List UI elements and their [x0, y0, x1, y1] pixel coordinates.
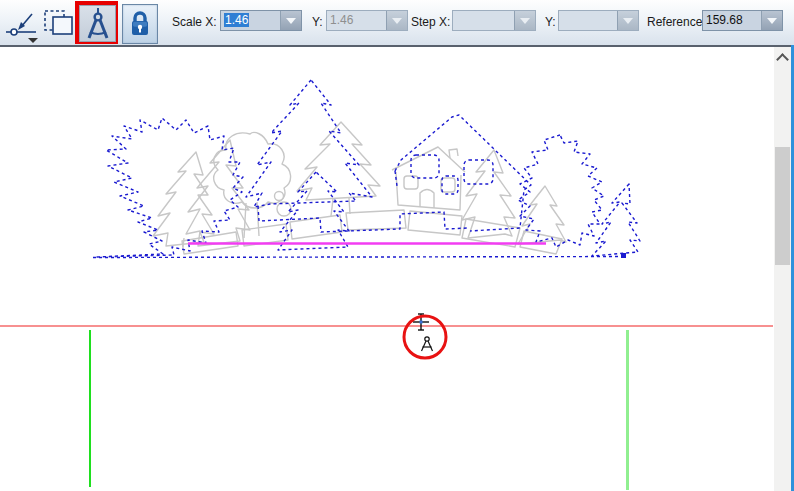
step-x-dropdown-arrow [514, 11, 535, 30]
chevron-up-icon [776, 53, 789, 66]
scale-y-dropdown-arrow [386, 11, 407, 30]
marquee-select-button[interactable] [42, 5, 76, 45]
chevron-down-icon [392, 18, 402, 24]
vertical-scrollbar[interactable] [774, 47, 791, 491]
scrollbar-thumb[interactable] [775, 147, 790, 265]
proportional-lock-button[interactable] [122, 4, 158, 44]
scrollbar-up-button[interactable] [774, 49, 791, 65]
design-canvas[interactable] [0, 47, 794, 491]
chevron-down-icon [286, 18, 296, 24]
transform-toolbar: Scale X: 1.46 Y: 1.46 Step X: Y: Referen… [0, 0, 794, 47]
scale-x-value: 1.46 [224, 13, 249, 27]
blue-dashed-selection-outline [93, 80, 640, 258]
scale-x-field[interactable]: 1.46 [221, 11, 280, 30]
reshape-tool-icon [2, 5, 42, 45]
selection-anchor-point[interactable] [621, 253, 626, 258]
reference-value[interactable]: 159.68 [703, 11, 761, 30]
chevron-down-icon [520, 18, 530, 24]
chevron-down-icon [623, 18, 633, 24]
scale-y-combobox: 1.46 [326, 10, 408, 31]
reference-combobox[interactable]: 159.68 [702, 10, 783, 31]
step-x-combobox [452, 10, 536, 31]
step-x-field [453, 11, 514, 30]
gray-original-outline [153, 122, 566, 254]
application-window: Scale X: 1.46 Y: 1.46 Step X: Y: Referen… [0, 0, 794, 491]
reference-label: Reference [647, 15, 702, 29]
step-y-dropdown-arrow [617, 11, 638, 30]
chevron-down-icon [767, 18, 777, 24]
step-y-field [559, 11, 617, 30]
step-x-label: Step X: [411, 15, 450, 29]
scale-y-label: Y: [312, 15, 323, 29]
design-outline-layer [0, 47, 794, 491]
compass-scale-icon [83, 7, 113, 40]
scale-x-label: Scale X: [172, 15, 217, 29]
step-y-combobox [558, 10, 639, 31]
reference-dropdown-arrow[interactable] [761, 11, 782, 30]
scale-y-field: 1.46 [327, 11, 386, 30]
scale-x-combobox[interactable]: 1.46 [220, 10, 302, 31]
marquee-select-icon [42, 5, 76, 45]
scale-x-dropdown-arrow[interactable] [280, 11, 301, 30]
compass-button-annotation-box [75, 1, 118, 44]
lock-icon [128, 10, 152, 38]
step-y-label: Y: [545, 15, 556, 29]
scale-tool-button[interactable] [79, 5, 116, 42]
reshape-tool-button[interactable] [2, 5, 42, 45]
